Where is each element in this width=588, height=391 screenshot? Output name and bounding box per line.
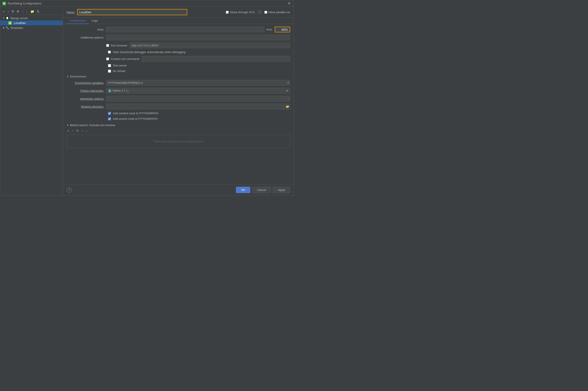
working-directory-row: Working directory: 📂 xyxy=(67,104,290,109)
before-launch-edit-button[interactable]: ✎ xyxy=(75,129,80,133)
copy-config-button[interactable]: ⧉ xyxy=(11,9,15,14)
interpreter-options-expand-button[interactable]: ⤢ xyxy=(287,97,289,100)
main-panel: Name: Share through VCS ? Allow parallel… xyxy=(63,7,294,195)
name-bar: Name: Share through VCS ? Allow parallel… xyxy=(63,7,294,18)
sidebar-toolbar: + − ⧉ ⚙ ↑ ↓ 📁 ⇅ xyxy=(0,8,63,15)
env-vars-edit-button[interactable]: ⊞ xyxy=(287,81,289,84)
test-server-label: Test server xyxy=(113,64,127,67)
name-label: Name: xyxy=(67,10,75,14)
no-reload-row: No reload xyxy=(108,69,290,73)
environment-section-header[interactable]: ▼ Environment xyxy=(67,75,290,78)
move-down-button[interactable]: ↓ xyxy=(25,9,29,14)
dialog-footer: ? OK Cancel Apply xyxy=(63,184,294,195)
test-server-checkbox[interactable] xyxy=(108,64,111,67)
dialog-content: + − ⧉ ⚙ ↑ ↓ 📁 ⇅ ▼ Django server xyxy=(0,7,294,195)
environment-arrow: ▼ xyxy=(67,75,69,78)
cancel-button[interactable]: Cancel xyxy=(252,187,271,193)
interpreter-options-label: Interpreter options: xyxy=(67,97,104,100)
host-input[interactable] xyxy=(106,27,264,32)
svg-text:🐍: 🐍 xyxy=(109,90,111,92)
before-launch-add-button[interactable]: + xyxy=(67,129,70,133)
before-launch-task-area: There are no tasks to run before launch xyxy=(67,135,290,148)
add-content-roots-row: Add content roots to PYTHONPATH xyxy=(108,112,290,115)
folder-button[interactable]: 📁 xyxy=(29,9,35,14)
host-label: Host: xyxy=(67,28,104,31)
localdev-icon xyxy=(8,21,12,25)
interpreter-select[interactable]: 🐍 Python 3.7 ( ) :\venv\Scripts\python.e… xyxy=(106,88,290,94)
before-launch-down-button[interactable]: ↓ xyxy=(85,129,88,133)
sidebar-item-django-server[interactable]: ▼ Django server xyxy=(0,16,63,20)
working-directory-browse-button[interactable]: 📂 xyxy=(286,105,289,108)
ok-button[interactable]: OK xyxy=(236,187,250,193)
sort-button[interactable]: ⇅ xyxy=(36,9,40,14)
before-launch-remove-button[interactable]: − xyxy=(71,129,74,133)
custom-run-checkbox[interactable] xyxy=(106,57,109,60)
run-browser-checkbox[interactable] xyxy=(106,44,109,47)
expand-arrow-localdev xyxy=(6,21,8,25)
sidebar-item-templates[interactable]: ▶ 🔧 Templates xyxy=(0,25,63,30)
python-icon: 🐍 xyxy=(108,89,111,92)
working-directory-input[interactable] xyxy=(106,104,290,109)
js-debugger-label: Start JavaScript debugger automatically … xyxy=(113,50,186,54)
close-button[interactable]: ✕ xyxy=(287,1,291,5)
custom-run-input[interactable] xyxy=(142,56,290,62)
additional-options-input[interactable] xyxy=(106,35,290,40)
before-launch-arrow: ▼ xyxy=(67,124,69,126)
tabs-bar: Configuration Logs xyxy=(63,18,294,24)
run-browser-url-input[interactable] xyxy=(129,42,290,48)
share-options: Share through VCS ? Allow parallel run xyxy=(226,10,290,14)
svg-rect-1 xyxy=(3,3,5,4)
no-reload-checkbox[interactable] xyxy=(108,70,111,73)
allow-parallel-checkbox[interactable] xyxy=(264,11,267,14)
remove-config-button[interactable]: − xyxy=(6,9,10,14)
run-debug-dialog: Run/Debug Configurations ✕ + − ⧉ ⚙ ↑ ↓ 📁… xyxy=(0,0,294,196)
expand-arrow-django: ▼ xyxy=(2,16,5,20)
interpreter-dropdown-arrow: ▼ xyxy=(286,90,288,92)
working-directory-label: Working directory: xyxy=(67,105,104,108)
no-reload-label: No reload xyxy=(113,69,125,73)
port-label: Port: xyxy=(267,28,272,31)
env-vars-wrapper: ⊞ xyxy=(106,80,290,86)
interpreter-row: Python interpreter: 🐍 Python 3.7 ( ) :\v… xyxy=(67,88,290,94)
tab-configuration[interactable]: Configuration xyxy=(67,18,89,24)
dialog-title: Run/Debug Configurations xyxy=(8,2,287,5)
wrench-icon: 🔧 xyxy=(5,26,9,29)
working-directory-wrapper: 📂 xyxy=(106,104,290,109)
test-server-row: Test server xyxy=(108,64,290,67)
before-launch-toolbar: + − ✎ ↑ ↓ xyxy=(67,129,290,133)
interpreter-path: :\venv\Scripts\python.exe xyxy=(130,89,159,92)
sidebar-item-localdev[interactable]: LocalDev xyxy=(0,20,63,25)
custom-run-row: Custom run command: xyxy=(67,56,290,62)
share-vcs-label: Share through VCS xyxy=(230,10,255,14)
before-launch-up-button[interactable]: ↑ xyxy=(81,129,84,133)
apply-button[interactable]: Apply xyxy=(273,187,290,193)
before-launch-header[interactable]: ▼ Before launch: Activate tool window xyxy=(67,123,290,127)
share-vcs-checkbox[interactable] xyxy=(226,11,229,14)
add-source-roots-row: Add source roots to PYTHONPATH xyxy=(108,117,290,120)
env-vars-row: Environment variables: ⊞ xyxy=(67,80,290,86)
interpreter-options-wrapper: ⤢ xyxy=(106,96,290,101)
sidebar: + − ⧉ ⚙ ↑ ↓ 📁 ⇅ ▼ Django server xyxy=(0,7,63,195)
config-area: Host: Port: Additional options: xyxy=(63,24,294,184)
interpreter-options-input[interactable] xyxy=(106,96,290,101)
help-button[interactable]: ? xyxy=(67,187,72,193)
add-config-button[interactable]: + xyxy=(2,9,5,14)
add-source-roots-label: Add source roots to PYTHONPATH xyxy=(113,117,157,120)
js-debugger-checkbox[interactable] xyxy=(108,51,111,54)
port-input[interactable] xyxy=(275,27,290,32)
tab-logs[interactable]: Logs xyxy=(89,18,100,24)
sidebar-item-label-localdev: LocalDev xyxy=(14,21,26,25)
name-input[interactable] xyxy=(77,9,187,15)
settings-config-button[interactable]: ⚙ xyxy=(16,9,20,14)
sidebar-item-label-django: Django server xyxy=(10,16,28,20)
run-browser-label: Run browser: xyxy=(111,44,128,47)
add-content-roots-checkbox[interactable] xyxy=(108,112,111,115)
add-source-roots-checkbox[interactable] xyxy=(108,117,111,120)
sidebar-item-label-templates: Templates xyxy=(10,26,23,29)
interpreter-value: Python 3.7 ( ) xyxy=(113,89,128,92)
share-help-icon[interactable]: ? xyxy=(258,10,261,14)
env-vars-input[interactable] xyxy=(106,80,290,86)
additional-options-row: Additional options: xyxy=(67,35,290,40)
move-up-button[interactable]: ↑ xyxy=(21,9,24,14)
host-row: Host: Port: xyxy=(67,27,290,32)
